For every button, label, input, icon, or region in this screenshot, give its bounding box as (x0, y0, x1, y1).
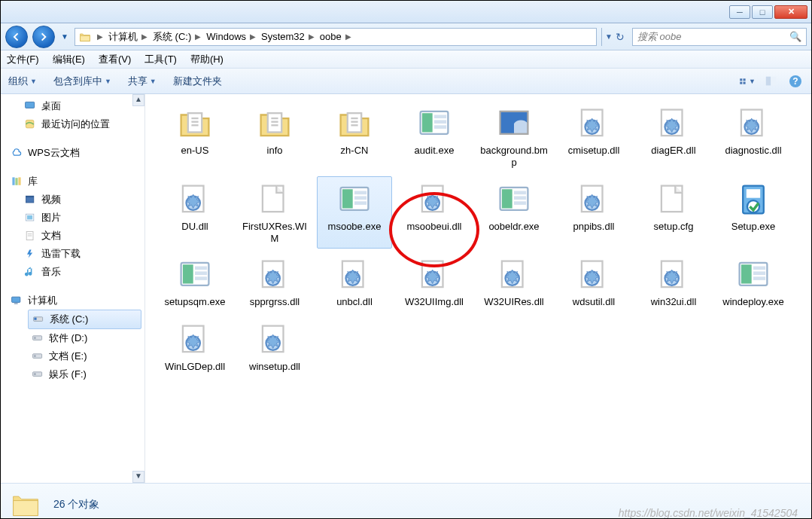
search-placeholder: 搜索 oobe (637, 30, 682, 44)
file-item[interactable]: unbcl.dll (317, 252, 392, 313)
file-item[interactable]: cmisetup.dll (556, 100, 631, 173)
tree-wps-cloud[interactable]: WPS云文档 (1, 144, 144, 162)
crumb-oobe[interactable]: oobe (320, 31, 342, 42)
file-item[interactable]: oobeldr.exe (476, 176, 552, 249)
file-icon (573, 105, 615, 142)
file-item[interactable]: diagnostic.dll (716, 100, 791, 173)
new-folder-button[interactable]: 新建文件夹 (173, 75, 222, 88)
preview-pane-button[interactable] (763, 73, 780, 90)
include-in-library-button[interactable]: 包含到库中▼ (53, 75, 111, 88)
back-button[interactable] (5, 26, 28, 48)
tree-pictures[interactable]: 图片 (1, 209, 144, 227)
search-input[interactable]: 搜索 oobe 🔍 (632, 28, 807, 46)
file-label: wdsutil.dll (558, 296, 629, 310)
scroll-up-button[interactable]: ▲ (132, 94, 144, 106)
crumb-drive-c[interactable]: 系统 (C:) (153, 30, 191, 44)
tree-drive-d[interactable]: 软件 (D:) (1, 329, 144, 347)
file-grid[interactable]: en-US info zh-CN audit.exe background.bm… (145, 94, 811, 483)
tree-computer[interactable]: 计算机 (1, 292, 144, 310)
tree-xunlei[interactable]: 迅雷下载 (1, 245, 144, 263)
close-button[interactable]: ✕ (774, 5, 807, 19)
menu-edit[interactable]: 编辑(E) (53, 53, 85, 66)
scroll-down-button[interactable]: ▼ (132, 471, 144, 483)
tree-desktop[interactable]: 桌面 (1, 97, 144, 115)
address-bar[interactable]: ▶ 计算机▶ 系统 (C:)▶ Windows▶ System32▶ oobe▶ (75, 28, 597, 46)
file-label: unbcl.dll (319, 296, 390, 310)
file-icon (413, 182, 455, 218)
menu-help[interactable]: 帮助(H) (190, 53, 224, 66)
tree-drive-c[interactable]: 系统 (C:) (28, 310, 141, 329)
file-item[interactable]: zh-CN (317, 100, 392, 173)
views-button[interactable]: ▼ (739, 73, 756, 90)
file-item[interactable]: W32UIImg.dll (397, 252, 472, 313)
tree-music[interactable]: 音乐 (1, 263, 144, 281)
file-icon (732, 105, 774, 142)
crumb-computer[interactable]: 计算机 (108, 30, 138, 44)
menu-file[interactable]: 文件(F) (7, 53, 39, 66)
file-item[interactable]: msoobe.exe (317, 176, 392, 249)
file-icon (732, 257, 774, 293)
forward-button[interactable] (32, 26, 55, 48)
file-item[interactable]: winsetup.dll (237, 316, 312, 378)
menu-view[interactable]: 查看(V) (99, 53, 131, 66)
crumb-system32[interactable]: System32 (261, 31, 305, 42)
file-item[interactable]: wdsutil.dll (556, 252, 631, 313)
file-label: Setup.exe (718, 221, 789, 234)
file-item[interactable]: win32ui.dll (636, 252, 711, 313)
tree-recent[interactable]: 最近访问的位置 (1, 115, 144, 133)
status-bar: 26 个对象 https://blog.csdn.net/weixin_4154… (1, 483, 811, 519)
file-label: win32ui.dll (638, 296, 709, 310)
file-icon (174, 257, 216, 293)
watermark: https://blog.csdn.net/weixin_41542504 (619, 507, 798, 519)
file-item[interactable]: spprgrss.dll (237, 252, 312, 313)
file-label: WinLGDep.dll (160, 361, 230, 374)
menu-tools[interactable]: 工具(T) (144, 53, 177, 66)
address-dropdown[interactable]: ▼ (605, 32, 613, 41)
nav-tree[interactable]: ▲ 桌面 最近访问的位置 WPS云文档 库 视频 图片 文档 迅雷下载 音乐 计… (1, 94, 145, 483)
maximize-button[interactable]: □ (752, 5, 773, 19)
share-button[interactable]: 共享▼ (128, 75, 157, 88)
file-item[interactable]: windeploy.exe (716, 252, 791, 313)
tree-drive-e[interactable]: 文档 (E:) (1, 347, 144, 365)
file-icon (254, 105, 296, 142)
minimize-button[interactable]: ─ (729, 5, 750, 19)
file-item[interactable]: WinLGDep.dll (157, 316, 233, 378)
file-icon (413, 105, 455, 142)
file-item[interactable]: msoobeui.dll (397, 176, 472, 249)
organize-button[interactable]: 组织▼ (8, 75, 37, 88)
folder-icon (78, 31, 92, 43)
crumb-windows[interactable]: Windows (206, 31, 246, 42)
main-area: ▲ 桌面 最近访问的位置 WPS云文档 库 视频 图片 文档 迅雷下载 音乐 计… (1, 94, 811, 483)
tree-drive-f[interactable]: 娱乐 (F:) (1, 365, 144, 383)
file-icon (174, 322, 216, 358)
search-icon[interactable]: 🔍 (789, 31, 801, 42)
file-item[interactable]: W32UIRes.dll (476, 252, 552, 313)
tree-videos[interactable]: 视频 (1, 191, 144, 209)
nav-history-dropdown[interactable]: ▼ (59, 32, 70, 41)
file-icon (493, 105, 535, 142)
file-label: info (239, 145, 310, 158)
file-icon (333, 257, 376, 293)
file-item[interactable]: DU.dll (157, 176, 233, 249)
file-item[interactable]: info (237, 100, 312, 173)
file-icon (174, 105, 216, 142)
file-item[interactable]: setup.cfg (636, 176, 711, 249)
help-button[interactable] (787, 73, 804, 90)
tree-libraries[interactable]: 库 (1, 172, 144, 191)
tree-documents[interactable]: 文档 (1, 227, 144, 245)
refresh-button[interactable]: ↻ (616, 31, 625, 43)
file-item[interactable]: diagER.dll (636, 100, 711, 173)
file-label: windeploy.exe (718, 296, 789, 310)
file-icon (174, 182, 216, 218)
file-item[interactable]: en-US (157, 100, 233, 173)
file-label: setupsqm.exe (160, 296, 230, 310)
file-item[interactable]: Setup.exe (716, 176, 791, 249)
file-item[interactable]: pnpibs.dll (556, 176, 631, 249)
file-icon (652, 182, 695, 218)
file-item[interactable]: FirstUXRes.WIM (237, 176, 312, 249)
file-item[interactable]: background.bmp (476, 100, 552, 173)
file-icon (652, 105, 695, 142)
file-item[interactable]: setupsqm.exe (157, 252, 233, 313)
file-item[interactable]: audit.exe (397, 100, 472, 173)
file-icon (333, 182, 376, 218)
